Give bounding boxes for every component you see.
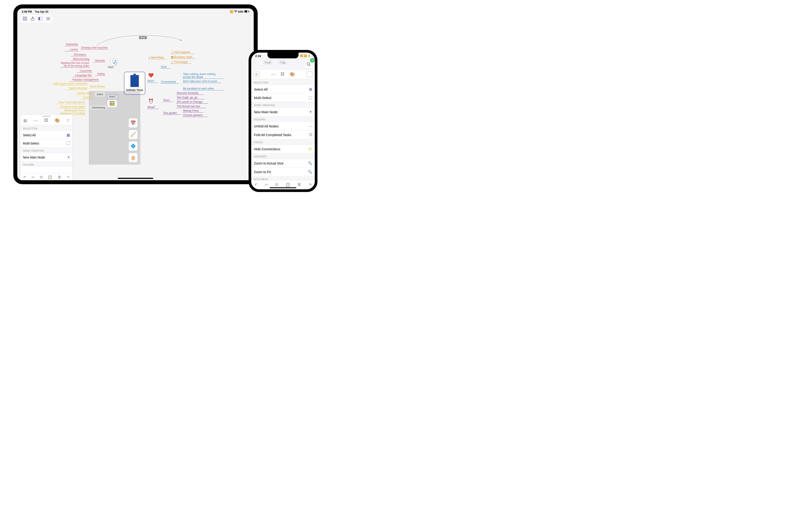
panel-tab-bar: ▦ ⋯ 🖼 🎨 ⇪ xyxy=(20,117,73,125)
leaf-plattnerite[interactable]: Plattnerite xyxy=(65,43,78,46)
trash-button[interactable]: 🗑 xyxy=(297,183,301,187)
leaf-almanac[interactable]: Sports Almanac xyxy=(66,87,88,90)
leaf-movies[interactable]: Time Travel Movies/TV xyxy=(55,101,86,104)
branch-commitment[interactable]: Commitment xyxy=(160,80,179,84)
leaf-dinosaurs[interactable]: Dinosaurs xyxy=(71,53,86,56)
multiselect-icon: ⛶ xyxy=(67,141,70,145)
branch-guides[interactable]: Tour guides xyxy=(163,111,181,115)
branch-goal[interactable]: Goal xyxy=(160,65,170,69)
ipad-screen: 2:08 PM Tue Apr 23 📶 64% xyxy=(17,8,254,180)
svg-line-15 xyxy=(309,65,310,66)
branch-nextsteps[interactable]: ▸ Next Steps xyxy=(148,56,167,59)
branch-develop[interactable]: Develop time machine xyxy=(80,46,108,50)
chip-icon[interactable]: 💠 xyxy=(128,141,138,151)
leaf-witchburning[interactable]: Witch-burning xyxy=(71,57,90,61)
branch-why[interactable]: Why? xyxy=(147,79,158,83)
leaf-chicago[interactable]: 20's winds in Chicago xyxy=(176,100,208,103)
branch-what[interactable]: What? xyxy=(147,106,159,109)
leaf-melody[interactable]: Melody Pond xyxy=(183,109,203,113)
add-badge-icon: + xyxy=(310,58,314,62)
share-tab[interactable]: ⇪ xyxy=(66,118,70,123)
how-box[interactable]: How? xyxy=(107,94,118,99)
item-select-all[interactable]: Select All▦ xyxy=(20,131,73,139)
iph-hide-connections[interactable]: Hide Connections✨ xyxy=(251,145,315,153)
leaf-speakeasy[interactable]: Speak easy? xyxy=(75,92,93,95)
leaf-hire[interactable]: Hire engineer xyxy=(170,51,194,54)
branch-safety[interactable]: Safety xyxy=(95,72,105,76)
boundary-right-button[interactable] xyxy=(307,72,312,77)
leaf-prom[interactable]: Don't take your mom to prom xyxy=(183,80,221,83)
paste-button[interactable]: 📋 xyxy=(48,175,52,179)
undo-button[interactable]: ↶ xyxy=(254,183,257,187)
leaf-apple-stock[interactable]: 1980 Apple Stock investment xyxy=(52,82,88,86)
leaf-excellent[interactable]: Be excellent to each other xyxy=(183,87,223,90)
iph-unfold-all[interactable]: Unfold All Nodes⋯ xyxy=(251,121,315,130)
branch-seed[interactable]: Seed Money xyxy=(89,85,105,88)
leaf-chronic[interactable]: Chronic partners xyxy=(183,114,208,117)
broom-icon[interactable]: 🧹 xyxy=(128,130,138,139)
leaf-whale[interactable]: Take nothing, leave nothing except the w… xyxy=(183,73,223,79)
iph-zoom-fit[interactable]: Zoom to Fit🔍 xyxy=(251,167,315,176)
leaf-meeting-love[interactable]: Meeting the love of your life in the wro… xyxy=(60,62,90,68)
cake-icon[interactable]: 🎂 xyxy=(128,153,138,163)
arrow-connector xyxy=(95,33,184,51)
iphone-home-indicator[interactable] xyxy=(270,187,296,188)
node-rd[interactable]: R&D xyxy=(108,66,113,69)
more-tab[interactable]: ⋯ xyxy=(34,118,38,123)
calendar-icon[interactable]: 📅 xyxy=(128,118,138,128)
ipad-home-indicator[interactable] xyxy=(118,178,153,179)
stethoscope-icon: 🩺 xyxy=(111,58,118,65)
advertising-box[interactable]: Advertising xyxy=(90,105,107,110)
bg-tile-dough[interactable]: Dough xyxy=(263,61,272,64)
redo-button[interactable]: ↷ xyxy=(67,175,70,179)
iph-select-all[interactable]: Select All▦ xyxy=(251,85,315,93)
item-new-main-node[interactable]: New Main Node✶ xyxy=(20,153,73,162)
leaf-paradox[interactable]: Paradox management xyxy=(70,78,99,81)
iph-multi-select[interactable]: Multi-Select⛶ xyxy=(251,93,315,102)
multiselect-icon: ⛶ xyxy=(309,96,312,100)
leaf-mozart[interactable]: The Mozart tart tour xyxy=(176,105,206,108)
leaf-jingles[interactable]: Temporal loop jingles xyxy=(58,105,86,109)
branch-tours[interactable]: Tours xyxy=(163,98,173,102)
unfold-icon: ⋯ xyxy=(309,124,312,128)
zoom-button[interactable]: + xyxy=(304,60,313,69)
bg-tile-egg[interactable]: 1 Egg xyxy=(278,61,287,64)
leaf-levers[interactable]: Levers xyxy=(65,48,78,51)
leaf-vangogh[interactable]: Van Gogh, go, go xyxy=(176,96,204,99)
undo-button[interactable]: ↶ xyxy=(23,175,26,179)
cut-button[interactable]: ✂ xyxy=(32,175,34,179)
copy-button[interactable]: ⧉ xyxy=(275,183,278,187)
paste-button[interactable]: 📋 xyxy=(286,183,290,187)
genesis-icon: ✶ xyxy=(309,110,312,114)
leaf-costumes[interactable]: Costumes xyxy=(77,69,92,73)
palette-tab[interactable]: 🎨 xyxy=(290,72,295,77)
iphone-action-list[interactable]: SELECTION Select All▦ Multi-Select⛶ NODE… xyxy=(251,79,315,180)
branch-hazards[interactable]: Hazards xyxy=(93,59,105,62)
zoom-icon: 🔍 xyxy=(308,161,312,165)
tardis-icon xyxy=(130,75,139,87)
sales-box[interactable]: Sales xyxy=(95,92,105,97)
leaf-lawyer[interactable]: Find lawyer xyxy=(170,60,191,64)
iph-fold-completed[interactable]: Fold All Completed Tasks☑ xyxy=(251,130,315,139)
iphone-screen: 2:16 📶 🛜 🔋 Dough 1 Egg + ⚙ ⋯ 🖼 🎨 xyxy=(251,53,315,189)
iphone-notch xyxy=(268,53,298,58)
leaf-australia[interactable]: Discover Australia xyxy=(176,92,204,95)
section-selection: SELECTION xyxy=(20,125,73,131)
palette-tab[interactable]: 🎨 xyxy=(55,118,60,123)
iphone-actions-panel: ⚙ ⋯ 🖼 🎨 SELECTION Select All▦ Multi-Sele… xyxy=(251,70,315,189)
image-tab[interactable]: 🖼 xyxy=(44,118,48,123)
item-multi-select[interactable]: Multi-Select⛶ xyxy=(20,139,73,147)
image-tab[interactable]: 🖼 xyxy=(280,72,285,77)
leaf-language[interactable]: Language kits xyxy=(73,74,92,77)
more-tab[interactable]: ⋯ xyxy=(271,72,275,77)
grid-tab[interactable]: ▦ xyxy=(23,118,27,123)
cut-button[interactable]: ✂ xyxy=(265,183,268,187)
redo-button[interactable]: ↷ xyxy=(309,183,312,187)
leaf-online[interactable]: Online ? xyxy=(80,96,93,99)
iph-zoom-actual[interactable]: Zoom to Actual Size🔍 xyxy=(251,159,315,167)
boundary-left-button[interactable]: ⚙ xyxy=(253,72,259,77)
iph-new-main-node[interactable]: New Main Node✶ xyxy=(251,108,315,116)
copy-button[interactable]: ⧉ xyxy=(40,175,42,179)
trash-button[interactable]: 🗑 xyxy=(58,175,61,179)
leaf-bizcards[interactable]: Business cards xyxy=(170,56,196,59)
